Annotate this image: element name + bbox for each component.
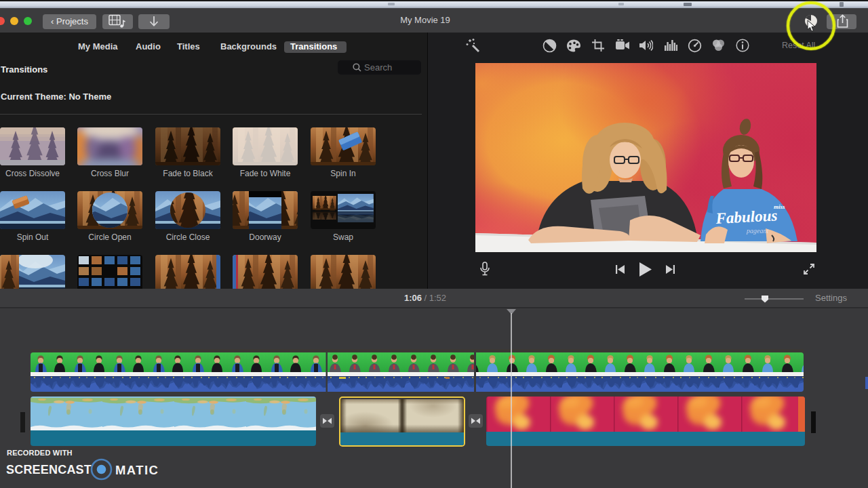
svg-text:Fabulous: Fabulous bbox=[715, 207, 778, 227]
svg-text:pageant: pageant bbox=[746, 227, 768, 235]
svg-text:miss: miss bbox=[774, 203, 785, 210]
